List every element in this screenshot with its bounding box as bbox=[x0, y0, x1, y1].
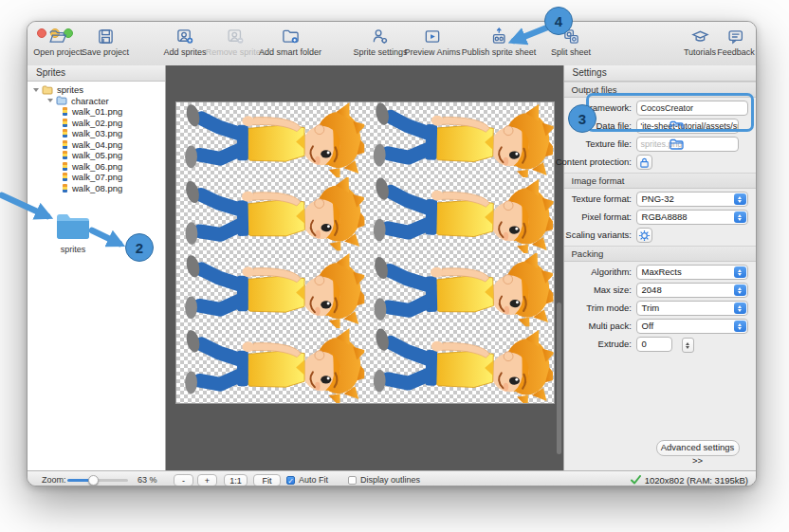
setting-label: Trim mode: bbox=[586, 301, 632, 316]
zoom-1to1-button[interactable]: 1:1 bbox=[224, 474, 248, 486]
toolbar-preview-anims[interactable]: Preview Anims bbox=[404, 28, 460, 57]
packed-sprite-7[interactable] bbox=[176, 328, 365, 403]
display-outlines-checkbox[interactable] bbox=[348, 476, 357, 485]
open-folder-icon bbox=[49, 28, 67, 46]
toolbar-item-label: Split sheet bbox=[551, 47, 591, 57]
zoom-slider[interactable] bbox=[67, 479, 128, 482]
sprite-thumbnail-icon bbox=[63, 162, 67, 171]
setting-row-trim-mode: Trim mode:Trim bbox=[564, 301, 756, 316]
dropdown-select[interactable]: PNG-32 bbox=[636, 192, 748, 207]
zoom-fit-button[interactable]: Fit bbox=[253, 474, 281, 486]
packed-sprite-2[interactable] bbox=[365, 102, 554, 177]
toolbar-open-project[interactable]: Open project bbox=[33, 28, 83, 57]
tree-item-label: walk_05.png bbox=[72, 150, 122, 160]
disclosure-chevron-icon[interactable] bbox=[33, 88, 39, 92]
sheet-size-status: 1020x802 (RAM: 3195kB) bbox=[645, 475, 748, 486]
feedback-icon bbox=[727, 28, 745, 46]
zoom-in-button[interactable]: + bbox=[197, 474, 217, 486]
sprites-panel-header: Sprites bbox=[28, 65, 165, 82]
packed-sprite-4[interactable] bbox=[365, 177, 554, 252]
tree-item-walk_02-png[interactable]: walk_02.png bbox=[28, 118, 165, 129]
tree-item-walk_05-png[interactable]: walk_05.png bbox=[28, 150, 165, 161]
sprite-thumbnail-icon bbox=[63, 184, 67, 193]
sprite-thumbnail-icon bbox=[63, 107, 67, 116]
text-field[interactable]: sprites.png bbox=[636, 137, 739, 152]
text-field[interactable]: 'ite-sheet-tutorial/assets/sprites. bbox=[636, 119, 739, 134]
setting-row-texture-file: Texture file:sprites.png bbox=[564, 137, 756, 152]
setting-label: Data file: bbox=[596, 119, 633, 134]
extrude-field[interactable]: 0 bbox=[636, 337, 672, 352]
setting-row-algorithm: Algorithm:MaxRects bbox=[564, 265, 756, 280]
toolbar-save-project[interactable]: Save project bbox=[82, 28, 129, 57]
text-field[interactable]: CocosCreator bbox=[636, 101, 748, 116]
sprite-sheet-canvas[interactable] bbox=[166, 65, 563, 470]
section-header-image-format: Image format bbox=[564, 173, 756, 189]
number-stepper[interactable] bbox=[682, 338, 694, 353]
dropdown-select[interactable]: RGBA8888 bbox=[636, 210, 748, 225]
browse-folder-icon[interactable] bbox=[670, 138, 684, 150]
setting-label: Multi pack: bbox=[589, 319, 632, 334]
content-protection-lock-button[interactable] bbox=[636, 155, 652, 170]
advanced-settings-button[interactable]: Advanced settings >> bbox=[656, 440, 740, 456]
tree-item-walk_07-png[interactable]: walk_07.png bbox=[28, 172, 165, 183]
zoom-slider-thumb[interactable] bbox=[88, 475, 99, 486]
toolbar-publish-sprite-sheet[interactable]: Publish sprite sheet bbox=[462, 28, 537, 57]
toolbar-split-sheet[interactable]: Split sheet bbox=[551, 28, 591, 57]
setting-label: Extrude: bbox=[598, 337, 632, 352]
packed-sprite-8[interactable] bbox=[365, 328, 554, 403]
packed-sprite-5[interactable] bbox=[176, 253, 365, 328]
dropdown-stepper-icon bbox=[734, 266, 746, 278]
auto-fit-label: Auto Fit bbox=[299, 471, 328, 486]
remove-sprites-icon bbox=[227, 28, 245, 46]
tree-item-sprites[interactable]: sprites bbox=[28, 84, 165, 96]
dropdown-stepper-icon bbox=[734, 193, 746, 205]
canvas-scrollbar[interactable] bbox=[557, 303, 561, 454]
dropdown-stepper-icon bbox=[734, 321, 746, 332]
browse-folder-icon[interactable] bbox=[670, 119, 684, 132]
sprite-settings-icon bbox=[372, 28, 390, 46]
toolbar-tutorials[interactable]: Tutorials bbox=[684, 28, 716, 57]
folder-icon bbox=[56, 96, 67, 105]
sprites-panel: Sprites spritescharacterwalk_01.pngwalk_… bbox=[28, 65, 166, 470]
auto-fit-checkbox[interactable]: ✓ bbox=[286, 476, 295, 485]
dropdown-select[interactable]: Off bbox=[636, 319, 748, 334]
save-floppy-icon bbox=[97, 28, 115, 46]
status-bar: Zoom: 63 % - + 1:1 Fit ✓ Auto Fit Displa… bbox=[28, 470, 756, 486]
dragged-folder-icon[interactable] bbox=[55, 211, 91, 242]
zoom-out-button[interactable]: - bbox=[174, 474, 193, 486]
tree-item-walk_03-png[interactable]: walk_03.png bbox=[28, 128, 165, 139]
toolbar-item-label: Add sprites bbox=[163, 47, 206, 57]
toolbar-item-label: Feedback bbox=[717, 47, 755, 57]
toolbar-feedback[interactable]: Feedback bbox=[717, 28, 755, 57]
packed-sprite-1[interactable] bbox=[176, 102, 365, 177]
lock-icon bbox=[639, 157, 650, 168]
status-ok-icon bbox=[631, 475, 641, 485]
packed-sprite-3[interactable] bbox=[176, 177, 365, 252]
packed-sprite-6[interactable] bbox=[365, 253, 554, 328]
dropdown-select[interactable]: Trim bbox=[636, 301, 748, 316]
disclosure-chevron-icon[interactable] bbox=[47, 99, 53, 102]
tree-item-walk_01-png[interactable]: walk_01.png bbox=[28, 106, 165, 118]
tree-item-label: walk_07.png bbox=[72, 172, 122, 182]
scaling-variants-button[interactable] bbox=[636, 228, 652, 243]
setting-label: Max size: bbox=[594, 283, 632, 298]
toolbar-add-sprites[interactable]: Add sprites bbox=[163, 28, 206, 57]
dropdown-select[interactable]: 2048 bbox=[636, 283, 748, 298]
toolbar-item-label: Open project bbox=[33, 47, 83, 57]
toolbar-add-smart-folder[interactable]: Add smart folder bbox=[259, 28, 321, 57]
setting-label: Texture format: bbox=[572, 192, 632, 207]
section-header-packing: Packing bbox=[564, 246, 756, 262]
dropdown-select[interactable]: MaxRects bbox=[636, 265, 748, 280]
dragged-folder-label: sprites bbox=[55, 245, 91, 254]
tree-item-walk_08-png[interactable]: walk_08.png bbox=[28, 183, 165, 194]
toolbar-item-label: Save project bbox=[82, 47, 129, 57]
toolbar-sprite-settings[interactable]: Sprite settings bbox=[353, 28, 407, 57]
tree-item-character[interactable]: character bbox=[28, 96, 165, 107]
tree-item-walk_06-png[interactable]: walk_06.png bbox=[28, 161, 165, 173]
dropdown-stepper-icon bbox=[734, 303, 746, 314]
tree-item-label: walk_02.png bbox=[72, 118, 122, 128]
tree-item-label: sprites bbox=[57, 84, 83, 95]
tree-item-walk_04-png[interactable]: walk_04.png bbox=[28, 139, 165, 151]
preview-anims-icon bbox=[424, 28, 442, 46]
setting-label: Framework: bbox=[584, 101, 632, 116]
